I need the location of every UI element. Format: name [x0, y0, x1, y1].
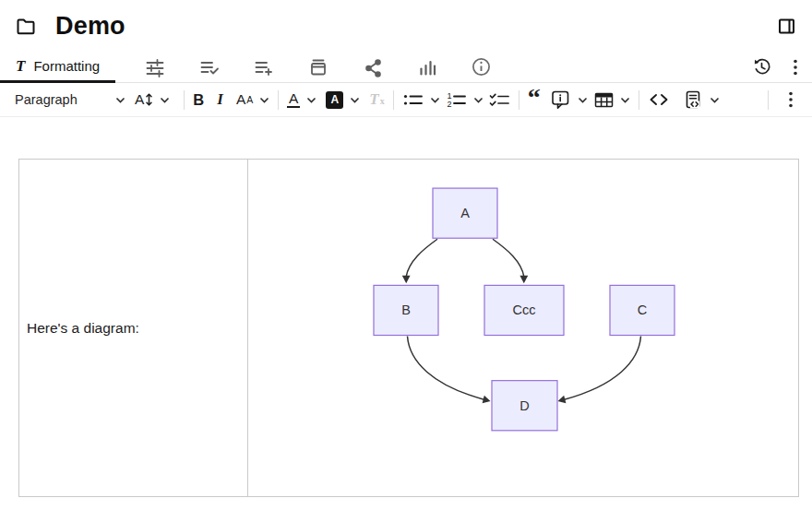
svg-text:B: B [401, 302, 411, 317]
table-cell-diagram[interactable]: A B Ccc C D [248, 160, 799, 497]
note-revisions-button[interactable] [748, 53, 775, 80]
paragraph-style-dropdown[interactable]: Paragraph [15, 92, 125, 107]
toolbar-overflow-button[interactable] [777, 89, 805, 110]
case-glyph-small: A [246, 94, 253, 105]
node-C: C [610, 285, 675, 335]
italic-glyph: I [217, 90, 223, 109]
note-title[interactable]: Demo [55, 12, 125, 41]
bulleted-list-dropdown[interactable] [402, 90, 440, 109]
inline-code-icon [648, 91, 670, 108]
top-bar: Demo [0, 0, 812, 52]
table-icon [593, 90, 614, 109]
node-B: B [374, 285, 438, 335]
svg-text:A: A [460, 206, 470, 220]
edge-A-B [402, 239, 437, 283]
inline-code-button[interactable] [648, 91, 670, 108]
font-color-dropdown[interactable]: A [287, 91, 316, 109]
bar-chart-icon [417, 57, 437, 77]
svg-text:C: C [638, 302, 647, 317]
text-case-dropdown[interactable]: A A [236, 91, 269, 108]
chevron-down-icon [620, 97, 630, 103]
edge-B-D [408, 337, 491, 404]
chevron-down-icon [259, 97, 269, 103]
ribbon-right-actions [748, 52, 812, 82]
callout-icon [550, 89, 571, 111]
edge-A-Ccc [493, 239, 528, 283]
layout-right-panel-icon [778, 18, 795, 35]
paragraph-style-label: Paragraph [15, 92, 78, 107]
intro-text: Here's a diagram: [27, 320, 139, 336]
todo-list-icon [489, 90, 510, 109]
chevron-down-icon [473, 97, 484, 103]
chevron-down-icon [160, 97, 170, 103]
chevron-down-icon [578, 97, 588, 103]
kebab-menu-icon [786, 57, 805, 77]
svg-text:Ccc: Ccc [513, 302, 536, 317]
table-cell-text[interactable]: Here's a diagram: [19, 160, 248, 497]
info-circle-icon [471, 56, 492, 77]
case-glyph-large: A [236, 91, 245, 108]
numbered-list-dropdown[interactable]: 1 2 [446, 90, 484, 109]
list-check-icon [199, 57, 220, 77]
content-table: Here's a diagram: [18, 159, 799, 497]
archive-icon [308, 57, 328, 77]
tab-note-stats[interactable] [400, 52, 454, 82]
chevron-down-icon [306, 97, 316, 103]
chevron-down-icon [430, 97, 440, 103]
tab-note-map[interactable] [345, 52, 400, 82]
edge-C-D [558, 337, 641, 404]
toolbar-divider [278, 90, 279, 110]
kebab-menu-icon [782, 89, 799, 110]
numbered-list-icon: 1 2 [446, 90, 467, 109]
tab-inherited-attributes[interactable] [236, 52, 291, 82]
formatting-toolbar: Paragraph A B I A A A A [0, 83, 812, 117]
chevron-down-icon [350, 97, 360, 103]
background-color-icon: A [326, 91, 343, 109]
todo-list-button[interactable] [489, 90, 510, 109]
tab-basic-properties[interactable] [127, 52, 182, 82]
toolbar-divider [639, 90, 639, 110]
font-color-icon: A [287, 91, 300, 109]
node-A: A [433, 188, 497, 238]
toolbar-divider [393, 90, 394, 110]
sliders-icon [145, 57, 165, 77]
svg-text:2: 2 [447, 100, 451, 109]
remove-format-button-disabled[interactable]: Tx [369, 90, 384, 109]
toolbar-divider [184, 90, 185, 110]
italic-button[interactable]: I [217, 90, 223, 109]
node-D: D [492, 381, 557, 431]
svg-text:D: D [519, 398, 529, 413]
toolbar-divider [519, 90, 519, 110]
block-quote-icon: “ [528, 98, 541, 114]
folder-icon [15, 15, 37, 37]
background-color-dropdown[interactable]: A [326, 91, 360, 109]
code-block-dropdown[interactable] [683, 89, 720, 110]
mermaid-flowchart: A B Ccc C D [248, 160, 798, 496]
list-plus-icon [254, 57, 274, 77]
bold-glyph: B [193, 91, 204, 109]
chevron-down-icon [710, 97, 720, 103]
tab-note-info[interactable] [454, 52, 508, 82]
ribbon-tab-bar: T Formatting [0, 52, 812, 83]
table-row: Here's a diagram: [19, 160, 799, 497]
block-quote-button[interactable]: “ [528, 91, 541, 108]
callout-dropdown[interactable] [550, 89, 588, 111]
toggle-right-pane-button[interactable] [774, 14, 799, 39]
formatting-tab-icon: T [16, 57, 25, 76]
note-menu-button[interactable] [782, 53, 808, 81]
app-window: { "header": { "title": "Demo" }, "ribbon… [0, 0, 812, 510]
toolbar-divider [768, 90, 769, 110]
share-icon [363, 57, 383, 77]
tab-formatting[interactable]: T Formatting [0, 52, 115, 83]
chevron-down-icon [115, 97, 125, 103]
tab-owned-attributes[interactable] [182, 52, 236, 82]
font-size-glyph: A [135, 91, 144, 108]
tab-note-paths[interactable] [291, 52, 345, 82]
remove-format-icon: Tx [369, 90, 384, 109]
bold-button[interactable]: B [193, 91, 204, 109]
code-block-icon [683, 89, 703, 110]
ribbon-icon-tabs [127, 52, 508, 82]
history-icon [752, 57, 771, 77]
font-size-dropdown[interactable]: A [135, 91, 170, 108]
insert-table-dropdown[interactable] [593, 90, 630, 109]
